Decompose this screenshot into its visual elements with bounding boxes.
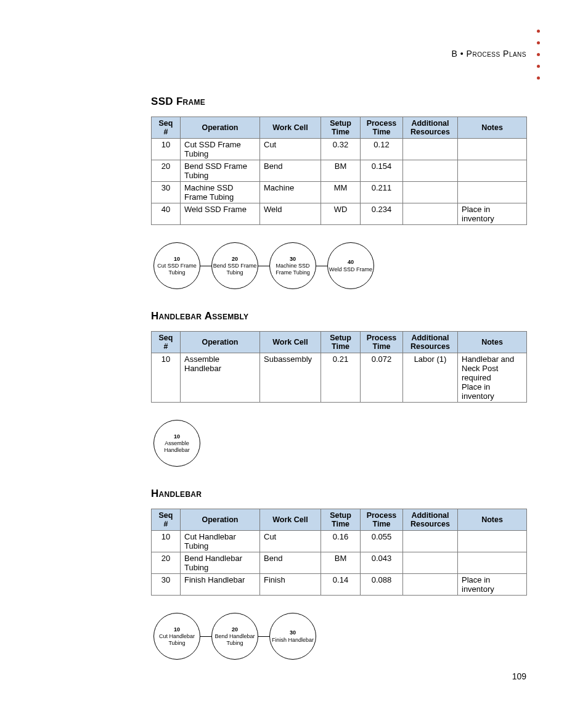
table-header: Work Cell	[260, 117, 321, 139]
flow-node-seq: 30	[290, 629, 296, 636]
table-cell: 30	[152, 574, 181, 596]
table-cell: WD	[321, 203, 361, 225]
table-row: 40Weld SSD FrameWeldWD0.234Place in inve…	[152, 203, 527, 225]
section-title: Handlebar Assembly	[151, 310, 527, 322]
table-cell: Bend SSD Frame Tubing	[181, 160, 260, 182]
table-header: AdditionalResources	[403, 509, 458, 531]
flow-node: 20Bend Handlebar Tubing	[211, 613, 258, 660]
table-cell	[403, 531, 458, 552]
table-header: SetupTime	[321, 117, 361, 139]
table-cell: BM	[321, 552, 361, 574]
table-cell: 0.12	[361, 139, 403, 160]
table-cell: 10	[152, 353, 181, 403]
table-header: Operation	[181, 332, 260, 353]
section-title: SSD Frame	[151, 96, 527, 108]
table-cell	[403, 552, 458, 574]
table-cell	[403, 182, 458, 203]
flow-node-seq: 10	[174, 256, 180, 262]
table-cell: Weld SSD Frame	[181, 203, 260, 225]
table-header: ProcessTime	[361, 332, 403, 353]
header-section-name: Process Plans	[467, 49, 526, 59]
page-header: B • Process Plans	[452, 48, 526, 59]
table-cell: 0.072	[361, 353, 403, 403]
table-cell: Bend	[260, 160, 321, 182]
table-cell	[458, 182, 527, 203]
table-cell: 0.043	[361, 552, 403, 574]
table-cell	[403, 160, 458, 182]
table-header: Operation	[181, 117, 260, 139]
flow-node-label: Cut SSD Frame Tubing	[154, 263, 200, 276]
flow-node-seq: 30	[290, 256, 296, 262]
table-header: Notes	[458, 332, 527, 353]
flow-node-seq: 10	[174, 626, 180, 633]
table-cell	[458, 531, 527, 552]
margin-dots	[537, 30, 540, 80]
flow-diagram: 10Cut Handlebar Tubing20Bend Handlebar T…	[153, 613, 527, 660]
flow-node-label: Finish Handlebar	[272, 637, 314, 643]
page-number: 109	[512, 671, 526, 681]
table-row: 10Cut Handlebar TubingCut0.160.055	[152, 531, 527, 552]
flow-connector	[200, 636, 211, 637]
dot-icon	[537, 76, 540, 80]
table-header: SetupTime	[321, 332, 361, 353]
table-cell: Place in inventory	[458, 203, 527, 225]
flow-node-label: Weld SSD Frame	[329, 266, 372, 272]
table-cell: 30	[152, 182, 181, 203]
table-cell: 0.32	[321, 139, 361, 160]
flow-connector	[258, 636, 269, 637]
table-header: Seq#	[152, 117, 181, 139]
table-header: AdditionalResources	[403, 117, 458, 139]
flow-node-label: Bend Handlebar Tubing	[212, 633, 258, 646]
table-cell: Machine SSD Frame Tubing	[181, 182, 260, 203]
table-cell: Machine	[260, 182, 321, 203]
process-table: Seq#OperationWork CellSetupTimeProcessTi…	[151, 117, 527, 225]
flow-node-label: Machine SSD Frame Tubing	[270, 263, 316, 276]
page-content: SSD FrameSeq#OperationWork CellSetupTime…	[151, 96, 527, 681]
table-cell: Cut	[260, 139, 321, 160]
flow-node: 10Assemble Handlebar	[153, 420, 200, 467]
table-row: 10Cut SSD Frame TubingCut0.320.12	[152, 139, 527, 160]
table-row: 30Finish HandlebarFinish0.140.088Place i…	[152, 574, 527, 596]
flow-node: 10Cut SSD Frame Tubing	[153, 242, 200, 289]
process-table: Seq#OperationWork CellSetupTimeProcessTi…	[151, 509, 527, 596]
table-cell: 0.211	[361, 182, 403, 203]
flow-connector	[316, 266, 327, 266]
flow-node: 20Bend SSD Frame Tubing	[211, 242, 258, 289]
table-cell: Weld	[260, 203, 321, 225]
dot-icon	[537, 65, 540, 68]
flow-node-seq: 20	[232, 626, 238, 633]
flow-node-label: Assemble Handlebar	[154, 440, 200, 453]
header-section-letter: B	[452, 49, 458, 59]
process-table: Seq#OperationWork CellSetupTimeProcessTi…	[151, 331, 527, 403]
flow-node-seq: 10	[174, 433, 180, 440]
flow-node: 30Finish Handlebar	[269, 613, 316, 660]
flow-diagram: 10Assemble Handlebar	[153, 420, 527, 467]
dot-icon	[537, 53, 540, 56]
table-cell: Cut	[260, 531, 321, 552]
table-header: SetupTime	[321, 509, 361, 531]
table-cell: Bend	[260, 552, 321, 574]
table-cell: Assemble Handlebar	[181, 353, 260, 403]
table-cell: Bend Handlebar Tubing	[181, 552, 260, 574]
table-cell: Cut SSD Frame Tubing	[181, 139, 260, 160]
table-cell: 0.234	[361, 203, 403, 225]
table-header: Seq#	[152, 332, 181, 353]
table-cell	[403, 574, 458, 596]
flow-diagram: 10Cut SSD Frame Tubing20Bend SSD Frame T…	[153, 242, 527, 289]
dot-icon	[537, 30, 540, 33]
table-header: ProcessTime	[361, 117, 403, 139]
table-cell: 10	[152, 531, 181, 552]
flow-node-label: Bend SSD Frame Tubing	[212, 263, 258, 276]
table-cell	[458, 160, 527, 182]
table-cell: 0.21	[321, 353, 361, 403]
flow-node-label: Cut Handlebar Tubing	[154, 633, 200, 646]
table-cell: 0.055	[361, 531, 403, 552]
table-header: AdditionalResources	[403, 332, 458, 353]
table-cell: 0.154	[361, 160, 403, 182]
header-bullet: •	[460, 49, 463, 59]
table-cell	[458, 552, 527, 574]
table-header: ProcessTime	[361, 509, 403, 531]
table-cell: 0.14	[321, 574, 361, 596]
table-cell	[458, 139, 527, 160]
flow-connector	[200, 266, 211, 266]
